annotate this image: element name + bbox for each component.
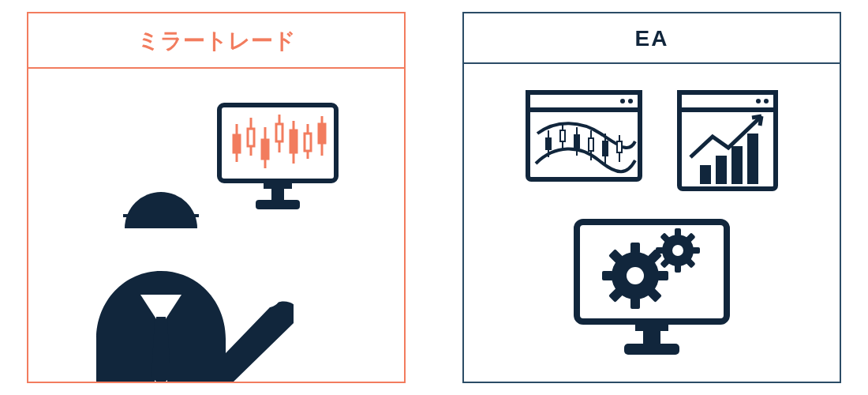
svg-rect-57: [675, 228, 681, 236]
svg-rect-6: [262, 140, 268, 159]
svg-rect-32: [560, 130, 565, 141]
panel-ea-title: EA: [464, 13, 840, 64]
svg-rect-12: [305, 134, 311, 151]
svg-rect-50: [635, 322, 668, 331]
panel-ea: EA: [462, 12, 841, 383]
svg-rect-42: [679, 92, 776, 110]
svg-rect-54: [630, 243, 640, 254]
svg-rect-48: [747, 134, 758, 184]
analysis-window-icon: [525, 89, 643, 192]
svg-rect-38: [603, 141, 608, 156]
panel-mirror-trade: ミラートレード: [27, 12, 406, 383]
svg-rect-21: [268, 285, 289, 295]
ea-bottom-row: [464, 214, 840, 364]
businessman-pointing-icon: [73, 176, 294, 382]
svg-rect-46: [716, 156, 727, 184]
svg-point-44: [764, 99, 769, 103]
svg-rect-10: [290, 130, 297, 152]
svg-point-43: [756, 99, 761, 103]
svg-rect-4: [248, 129, 254, 146]
svg-rect-19: [123, 214, 199, 217]
svg-rect-36: [589, 138, 593, 151]
stats-window-icon: [676, 89, 779, 192]
svg-point-28: [628, 99, 633, 103]
svg-point-58: [672, 245, 683, 256]
svg-rect-51: [643, 331, 660, 344]
ea-top-row: [464, 89, 840, 192]
svg-rect-47: [731, 146, 743, 184]
svg-rect-14: [319, 124, 325, 143]
svg-rect-2: [234, 135, 240, 152]
svg-rect-52: [624, 344, 679, 355]
panel-mirror-trade-body: [28, 69, 404, 382]
automation-monitor-icon: [569, 214, 735, 364]
svg-rect-34: [574, 135, 579, 148]
svg-point-55: [627, 267, 644, 284]
panel-ea-body: [464, 64, 840, 382]
svg-rect-40: [617, 141, 622, 152]
svg-rect-24: [156, 317, 166, 326]
svg-point-27: [620, 99, 625, 103]
svg-rect-45: [700, 165, 711, 184]
svg-rect-30: [546, 138, 551, 149]
svg-rect-8: [276, 124, 282, 141]
svg-marker-23: [152, 320, 170, 382]
panel-mirror-trade-title: ミラートレード: [28, 13, 404, 69]
